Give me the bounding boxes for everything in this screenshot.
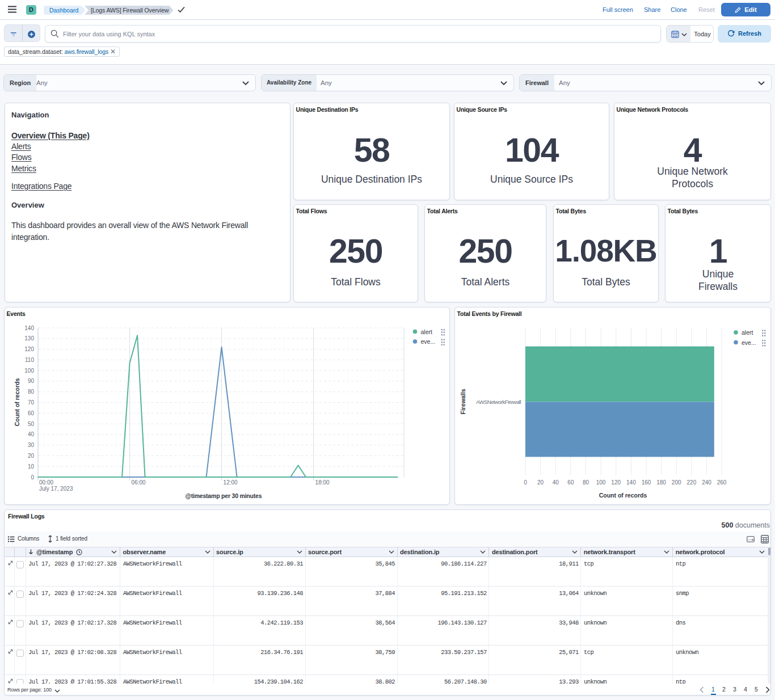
svg-text:@timestamp per 30 minutes: @timestamp per 30 minutes xyxy=(186,492,262,499)
svg-text:80: 80 xyxy=(583,479,589,486)
svg-text:00:00: 00:00 xyxy=(39,479,53,486)
svg-text:eve...: eve... xyxy=(742,339,756,346)
svg-text:Count of records: Count of records xyxy=(599,492,647,499)
svg-text:eve...: eve... xyxy=(421,338,436,345)
svg-text:200: 200 xyxy=(672,479,681,486)
svg-text:70: 70 xyxy=(28,399,35,406)
svg-text:alert: alert xyxy=(421,328,433,335)
svg-text:40: 40 xyxy=(28,431,35,437)
svg-text:0: 0 xyxy=(31,474,34,480)
svg-text:100: 100 xyxy=(596,479,606,486)
svg-text:Count of records: Count of records xyxy=(14,378,20,427)
svg-text:220: 220 xyxy=(687,479,697,486)
svg-text:80: 80 xyxy=(28,389,35,395)
svg-text:240: 240 xyxy=(702,479,711,486)
svg-text:40: 40 xyxy=(553,479,559,486)
svg-text:120: 120 xyxy=(611,479,621,486)
svg-text:10: 10 xyxy=(28,463,35,470)
svg-text:18:00: 18:00 xyxy=(315,479,330,486)
svg-text:110: 110 xyxy=(25,357,34,363)
svg-text:100: 100 xyxy=(24,368,34,374)
svg-text:Firewalls: Firewalls xyxy=(460,389,466,414)
svg-text:260: 260 xyxy=(717,479,727,486)
svg-text:90: 90 xyxy=(28,378,35,384)
svg-text:alert: alert xyxy=(742,329,753,336)
svg-text:July 17, 2023: July 17, 2023 xyxy=(39,486,73,492)
svg-text:20: 20 xyxy=(28,453,35,459)
svg-text:130: 130 xyxy=(24,335,34,341)
svg-text:06:00: 06:00 xyxy=(132,479,146,486)
svg-text:180: 180 xyxy=(656,479,666,486)
svg-text:20: 20 xyxy=(537,479,544,486)
svg-text:120: 120 xyxy=(24,346,34,352)
svg-text:0: 0 xyxy=(524,479,527,486)
svg-text:12:00: 12:00 xyxy=(224,479,238,486)
svg-text:60: 60 xyxy=(567,479,574,486)
svg-text:30: 30 xyxy=(28,442,35,448)
svg-text:140: 140 xyxy=(24,325,34,331)
svg-text:50: 50 xyxy=(28,421,35,427)
svg-text:140: 140 xyxy=(626,479,636,486)
svg-text:60: 60 xyxy=(28,410,35,416)
svg-text:AWSNetworkFirewall: AWSNetworkFirewall xyxy=(476,399,521,405)
svg-text:160: 160 xyxy=(642,479,651,486)
